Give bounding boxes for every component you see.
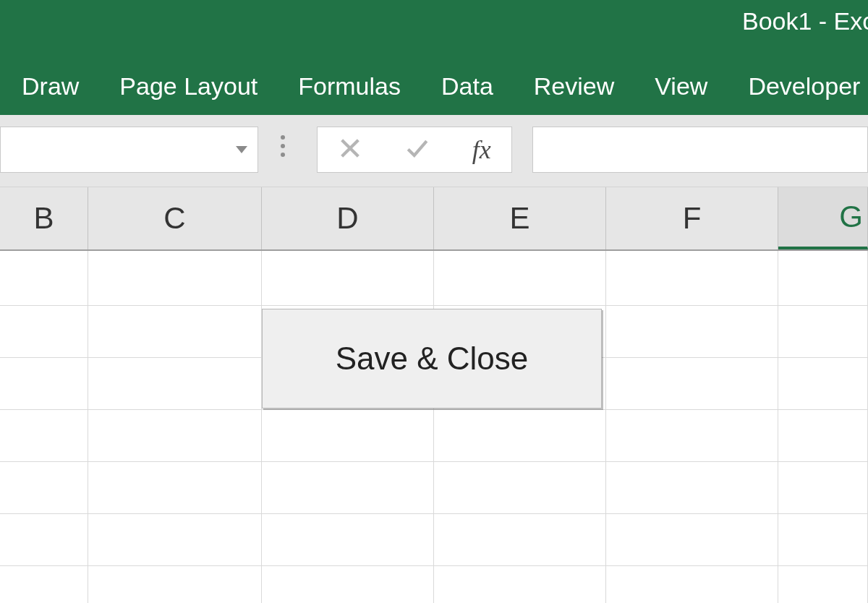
svg-marker-2 bbox=[236, 146, 247, 153]
cell[interactable] bbox=[0, 358, 88, 410]
cell[interactable] bbox=[88, 514, 262, 566]
column-header-f[interactable]: F bbox=[606, 187, 778, 249]
cell[interactable] bbox=[606, 251, 778, 306]
tab-draw[interactable]: Draw bbox=[22, 72, 79, 100]
cell[interactable] bbox=[606, 306, 778, 358]
save-close-label: Save & Close bbox=[336, 341, 529, 377]
tab-page-layout[interactable]: Page Layout bbox=[119, 72, 258, 100]
cell[interactable] bbox=[606, 410, 778, 462]
cell[interactable] bbox=[778, 306, 868, 358]
cell[interactable] bbox=[778, 358, 868, 410]
window-title: Book1 - Exc bbox=[742, 7, 868, 35]
column-header-b[interactable]: B bbox=[0, 187, 88, 249]
cell[interactable] bbox=[262, 514, 434, 566]
cell[interactable] bbox=[0, 462, 88, 514]
cell[interactable] bbox=[778, 251, 868, 306]
cell[interactable] bbox=[262, 566, 434, 603]
cell[interactable] bbox=[88, 566, 262, 603]
cell[interactable] bbox=[434, 410, 606, 462]
column-header-g[interactable]: G bbox=[778, 187, 868, 249]
cell[interactable] bbox=[88, 410, 262, 462]
cell[interactable] bbox=[0, 566, 88, 603]
save-close-button[interactable]: Save & Close bbox=[262, 309, 602, 409]
tab-review[interactable]: Review bbox=[534, 72, 614, 100]
column-headers: B C D E F G bbox=[0, 187, 868, 251]
insert-function-button[interactable]: fx bbox=[472, 134, 491, 165]
cell[interactable] bbox=[88, 462, 262, 514]
enter-formula-icon[interactable] bbox=[404, 136, 431, 163]
cell[interactable] bbox=[262, 410, 434, 462]
dropdown-arrow-icon bbox=[234, 145, 249, 155]
cell[interactable] bbox=[0, 251, 88, 306]
cell[interactable] bbox=[0, 514, 88, 566]
worksheet-grid[interactable] bbox=[0, 251, 868, 603]
cell[interactable] bbox=[606, 514, 778, 566]
cell[interactable] bbox=[434, 462, 606, 514]
cell[interactable] bbox=[88, 306, 262, 358]
tab-data[interactable]: Data bbox=[441, 72, 493, 100]
cell[interactable] bbox=[606, 358, 778, 410]
cell[interactable] bbox=[778, 514, 868, 566]
tab-view[interactable]: View bbox=[655, 72, 707, 100]
cell[interactable] bbox=[88, 251, 262, 306]
ribbon-tabs: Draw Page Layout Formulas Data Review Vi… bbox=[0, 58, 868, 115]
cell[interactable] bbox=[0, 306, 88, 358]
cell[interactable] bbox=[434, 514, 606, 566]
drag-handle-icon[interactable] bbox=[281, 135, 285, 157]
formula-input[interactable] bbox=[532, 127, 868, 173]
cancel-formula-icon[interactable] bbox=[338, 136, 362, 163]
cell[interactable] bbox=[434, 251, 606, 306]
formula-controls: fx bbox=[317, 127, 512, 173]
cell[interactable] bbox=[606, 566, 778, 603]
tab-formulas[interactable]: Formulas bbox=[298, 72, 401, 100]
cell[interactable] bbox=[778, 462, 868, 514]
name-box[interactable] bbox=[0, 127, 258, 173]
cell[interactable] bbox=[606, 462, 778, 514]
cell[interactable] bbox=[262, 251, 434, 306]
title-bar: Book1 - Exc bbox=[0, 0, 868, 58]
cell[interactable] bbox=[778, 566, 868, 603]
cell[interactable] bbox=[778, 410, 868, 462]
formula-bar-row: fx bbox=[0, 115, 868, 187]
column-header-e[interactable]: E bbox=[434, 187, 606, 249]
column-header-c[interactable]: C bbox=[88, 187, 262, 249]
cell[interactable] bbox=[88, 358, 262, 410]
cell[interactable] bbox=[0, 410, 88, 462]
column-header-d[interactable]: D bbox=[262, 187, 434, 249]
cell[interactable] bbox=[434, 566, 606, 603]
tab-developer[interactable]: Developer bbox=[748, 72, 860, 100]
cell[interactable] bbox=[262, 462, 434, 514]
